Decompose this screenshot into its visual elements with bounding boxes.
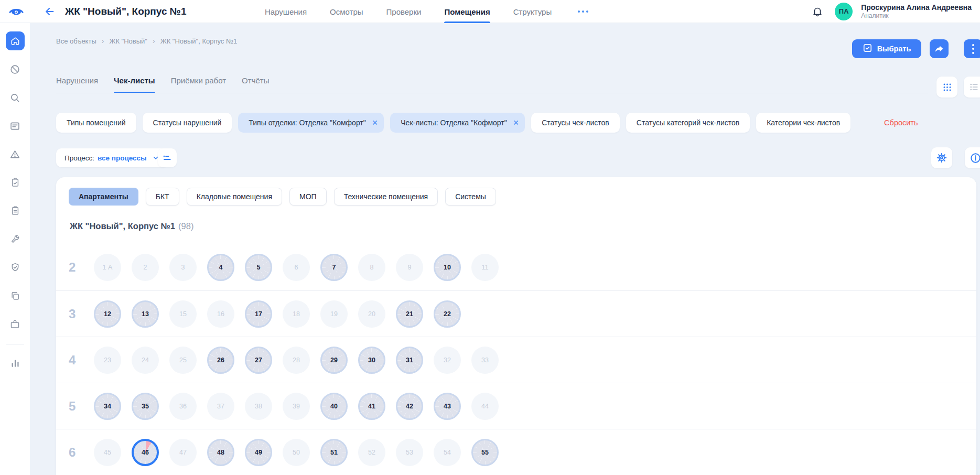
unit-circle-26[interactable]: 26: [207, 347, 234, 374]
unit-circle-3[interactable]: 3: [169, 254, 197, 281]
filter-chip-6[interactable]: Статусы категорий чек-листов: [626, 113, 750, 133]
sidebar-item-bar-chart[interactable]: [6, 354, 25, 373]
nav-item-3[interactable]: Проверки: [386, 0, 422, 23]
unit-circle-23[interactable]: 23: [94, 347, 121, 374]
select-button[interactable]: Выбрать: [852, 39, 921, 58]
sidebar-item-home[interactable]: [6, 31, 25, 50]
nav-item-2[interactable]: Осмотры: [330, 0, 363, 23]
unit-circle-16[interactable]: 16: [207, 300, 234, 328]
unit-circle-42[interactable]: 42: [396, 393, 423, 420]
unit-circle-31[interactable]: 31: [396, 347, 423, 374]
sidebar-item-wrench[interactable]: [6, 230, 25, 249]
unit-circle-9[interactable]: 9: [396, 254, 423, 281]
unit-circle-53[interactable]: 53: [396, 439, 423, 466]
unit-circle-44[interactable]: 44: [471, 393, 499, 420]
unit-circle-49[interactable]: 49: [245, 439, 272, 466]
unit-circle-12[interactable]: 12: [94, 300, 121, 328]
unit-circle-35[interactable]: 35: [132, 393, 159, 420]
unit-circle-1А[interactable]: 1 А: [94, 254, 121, 281]
sidebar-item-warning[interactable]: [6, 145, 25, 164]
unit-circle-19[interactable]: 19: [320, 300, 348, 328]
unit-circle-32[interactable]: 32: [434, 347, 461, 374]
tab-2[interactable]: Чек-листы: [114, 76, 155, 93]
unit-circle-52[interactable]: 52: [358, 439, 385, 466]
unit-circle-5[interactable]: 5: [245, 254, 272, 281]
process-dropdown[interactable]: Процесс: все процессы: [56, 148, 168, 167]
breadcrumb-item-3[interactable]: ЖК "Новый", Корпус №1: [160, 37, 238, 45]
unit-circle-47[interactable]: 47: [169, 439, 197, 466]
info-button[interactable]: [965, 147, 980, 168]
tab-1[interactable]: Нарушения: [56, 76, 98, 93]
unit-circle-55[interactable]: 55: [471, 439, 499, 466]
user-avatar[interactable]: ПА: [835, 3, 853, 20]
unit-circle-54[interactable]: 54: [434, 439, 461, 466]
reset-filters-button[interactable]: Сбросить: [884, 118, 918, 127]
unit-circle-33[interactable]: 33: [471, 347, 499, 374]
sidebar-item-box[interactable]: [6, 315, 25, 333]
tab-3[interactable]: Приёмки работ: [171, 76, 226, 93]
sidebar-item-shield-check[interactable]: [6, 258, 25, 277]
unit-circle-11[interactable]: 11: [471, 254, 499, 281]
filter-chip-7[interactable]: Категории чек-листов: [756, 113, 850, 133]
room-type-chip-1[interactable]: Апартаменты: [69, 188, 138, 206]
unit-circle-45[interactable]: 45: [94, 439, 121, 466]
tab-4[interactable]: Отчёты: [242, 76, 269, 93]
unit-circle-40[interactable]: 40: [320, 393, 348, 420]
nav-item-5[interactable]: Структуры: [513, 0, 552, 23]
room-type-chip-4[interactable]: МОП: [289, 188, 327, 206]
unit-circle-18[interactable]: 18: [283, 300, 310, 328]
settings-button[interactable]: [931, 147, 952, 168]
nav-item-4[interactable]: Помещения: [444, 0, 490, 23]
room-type-chip-2[interactable]: БКТ: [146, 188, 179, 206]
unit-circle-8[interactable]: 8: [358, 254, 385, 281]
room-type-chip-3[interactable]: Кладовые помещения: [187, 188, 282, 206]
unit-circle-48[interactable]: 48: [207, 439, 234, 466]
unit-circle-38[interactable]: 38: [245, 393, 272, 420]
unit-circle-27[interactable]: 27: [245, 347, 272, 374]
unit-circle-22[interactable]: 22: [434, 300, 461, 328]
unit-circle-50[interactable]: 50: [283, 439, 310, 466]
unit-circle-41[interactable]: 41: [358, 393, 385, 420]
unit-circle-15[interactable]: 15: [169, 300, 197, 328]
list-view-toggle[interactable]: [964, 77, 980, 98]
unit-circle-10[interactable]: 10: [434, 254, 461, 281]
filter-chip-1[interactable]: Типы помещений: [56, 113, 136, 133]
unit-circle-21[interactable]: 21: [396, 300, 423, 328]
nav-more-button[interactable]: [575, 7, 591, 16]
share-button[interactable]: [930, 39, 949, 58]
unit-circle-39[interactable]: 39: [283, 393, 310, 420]
remove-filter-icon[interactable]: ×: [513, 118, 519, 127]
grid-view-toggle[interactable]: [936, 77, 957, 98]
unit-circle-4[interactable]: 4: [207, 254, 234, 281]
unit-circle-24[interactable]: 24: [132, 347, 159, 374]
sidebar-item-ban[interactable]: [6, 60, 25, 79]
remove-filter-icon[interactable]: ×: [372, 118, 378, 127]
unit-circle-36[interactable]: 36: [169, 393, 197, 420]
unit-circle-28[interactable]: 28: [283, 347, 310, 374]
filter-chip-5[interactable]: Статусы чек-листов: [531, 113, 620, 133]
filter-chip-3[interactable]: Типы отделки: Отделка "Комфорт"×: [238, 113, 384, 133]
unit-circle-34[interactable]: 34: [94, 393, 121, 420]
more-actions-button[interactable]: [964, 39, 980, 58]
unit-circle-37[interactable]: 37: [207, 393, 234, 420]
unit-circle-29[interactable]: 29: [320, 347, 348, 374]
room-type-chip-5[interactable]: Технические помещения: [334, 188, 438, 206]
nav-item-1[interactable]: Нарушения: [265, 0, 307, 23]
sidebar-item-clipboard-text[interactable]: [6, 201, 25, 220]
sidebar-item-copy[interactable]: [6, 286, 25, 305]
filter-chip-4[interactable]: Чек-листы: Отделка "Кофморт"×: [390, 113, 525, 133]
unit-circle-25[interactable]: 25: [169, 347, 197, 374]
back-button[interactable]: [44, 6, 56, 17]
sidebar-item-clipboard-check[interactable]: [6, 173, 25, 192]
unit-circle-7[interactable]: 7: [320, 254, 348, 281]
unit-circle-17[interactable]: 17: [245, 300, 272, 328]
unit-circle-6[interactable]: 6: [283, 254, 310, 281]
breadcrumb-item-1[interactable]: Все объекты: [56, 37, 96, 45]
filter-chip-2[interactable]: Статусы нарушений: [143, 113, 232, 133]
sort-button[interactable]: [158, 148, 177, 167]
unit-circle-30[interactable]: 30: [358, 347, 385, 374]
unit-circle-20[interactable]: 20: [358, 300, 385, 328]
sidebar-item-search[interactable]: [6, 88, 25, 107]
room-type-chip-6[interactable]: Системы: [445, 188, 496, 206]
unit-circle-43[interactable]: 43: [434, 393, 461, 420]
